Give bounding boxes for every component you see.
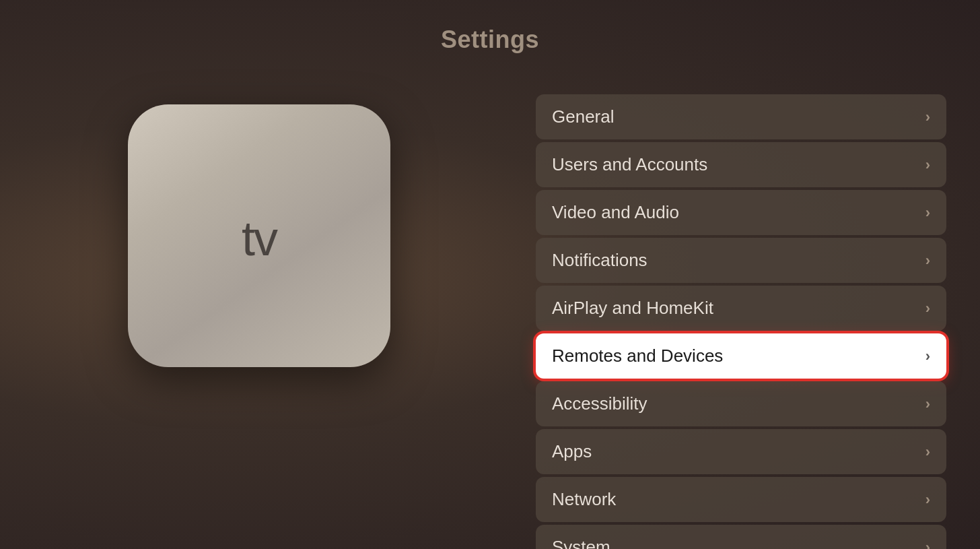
chevron-icon-general: › xyxy=(925,108,930,126)
settings-list: General›Users and Accounts›Video and Aud… xyxy=(536,94,946,549)
chevron-icon-network: › xyxy=(925,491,930,509)
settings-item-accessibility[interactable]: Accessibility› xyxy=(536,381,946,426)
settings-item-label-notifications: Notifications xyxy=(552,250,648,271)
settings-item-system[interactable]: System› xyxy=(536,525,946,549)
settings-item-label-remotes-and-devices: Remotes and Devices xyxy=(552,346,723,366)
settings-item-label-airplay-and-homekit: AirPlay and HomeKit xyxy=(552,298,713,319)
chevron-icon-airplay-and-homekit: › xyxy=(925,300,930,317)
settings-item-general[interactable]: General› xyxy=(536,94,946,139)
settings-item-apps[interactable]: Apps› xyxy=(536,429,946,474)
apple-tv-box: tv xyxy=(128,104,390,367)
tv-label: tv xyxy=(242,211,277,266)
chevron-icon-users-and-accounts: › xyxy=(925,156,930,174)
settings-item-label-general: General xyxy=(552,106,615,127)
settings-item-label-network: Network xyxy=(552,489,616,510)
apple-tv-logo-container: tv xyxy=(128,104,397,387)
settings-item-network[interactable]: Network› xyxy=(536,477,946,522)
settings-item-label-accessibility: Accessibility xyxy=(552,393,648,414)
chevron-icon-apps: › xyxy=(925,443,930,461)
settings-item-label-system: System xyxy=(552,537,610,549)
chevron-icon-remotes-and-devices: › xyxy=(925,348,930,365)
chevron-icon-accessibility: › xyxy=(925,395,930,413)
settings-item-video-and-audio[interactable]: Video and Audio› xyxy=(536,190,946,235)
settings-item-airplay-and-homekit[interactable]: AirPlay and HomeKit› xyxy=(536,286,946,331)
settings-item-label-video-and-audio: Video and Audio xyxy=(552,202,679,223)
settings-item-notifications[interactable]: Notifications› xyxy=(536,238,946,283)
chevron-icon-notifications: › xyxy=(925,252,930,269)
chevron-icon-system: › xyxy=(925,539,930,550)
settings-item-remotes-and-devices[interactable]: Remotes and Devices› xyxy=(536,333,946,379)
page-title: Settings xyxy=(0,26,980,54)
settings-item-label-apps: Apps xyxy=(552,441,592,462)
settings-item-label-users-and-accounts: Users and Accounts xyxy=(552,154,707,175)
settings-item-users-and-accounts[interactable]: Users and Accounts› xyxy=(536,142,946,187)
chevron-icon-video-and-audio: › xyxy=(925,204,930,222)
